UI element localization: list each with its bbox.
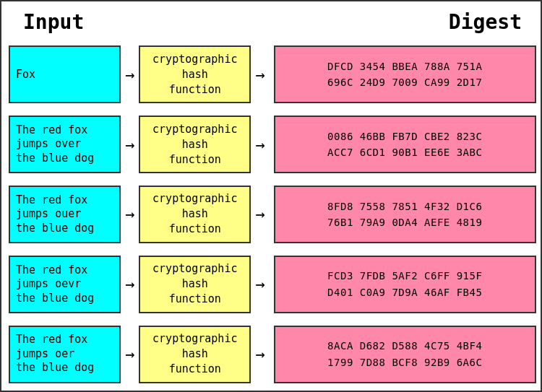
arrow-left-1: →	[125, 66, 134, 84]
input-box-5: The red fox jumps oer the blue dog	[9, 326, 121, 383]
digest-text-5: 8ACA D682 D588 4C75 4BF41799 7D88 BCF8 9…	[327, 338, 482, 370]
arrow-left-4: →	[125, 275, 134, 293]
digest-text-2: 0086 46BB FB7D CBE2 823CACC7 6CD1 90B1 E…	[327, 129, 482, 161]
input-box-4: The red fox jumps oevr the blue dog	[9, 256, 121, 313]
digest-text-3: 8FD8 7558 7851 4F32 D1C676B1 79A9 0DA4 A…	[327, 199, 482, 231]
row-4: The red fox jumps oevr the blue dog→cryp…	[9, 251, 536, 318]
digest-box-3: 8FD8 7558 7851 4F32 D1C676B1 79A9 0DA4 A…	[274, 186, 537, 243]
row-1: Fox→cryptographic hash function→DFCD 345…	[9, 41, 536, 108]
row-3: The red fox jumps ouer the blue dog→cryp…	[9, 181, 536, 248]
input-box-3: The red fox jumps ouer the blue dog	[9, 186, 121, 243]
arrow-left-5: →	[125, 345, 134, 363]
arrow-right-3: →	[255, 205, 264, 223]
hash-box-2: cryptographic hash function	[139, 116, 251, 173]
arrow-right-5: →	[255, 345, 264, 363]
input-box-2: The red fox jumps over the blue dog	[9, 116, 121, 173]
arrow-left-2: →	[125, 136, 134, 154]
digest-box-5: 8ACA D682 D588 4C75 4BF41799 7D88 BCF8 9…	[274, 326, 537, 383]
hash-box-3: cryptographic hash function	[139, 186, 251, 243]
arrow-right-2: →	[255, 136, 264, 154]
digest-box-2: 0086 46BB FB7D CBE2 823CACC7 6CD1 90B1 E…	[274, 116, 537, 173]
hash-box-4: cryptographic hash function	[139, 256, 251, 313]
input-box-1: Fox	[9, 45, 121, 103]
row-5: The red fox jumps oer the blue dog→crypt…	[9, 321, 536, 388]
arrow-left-3: →	[125, 205, 134, 223]
digest-text-1: DFCD 3454 BBEA 788A 751A696C 24D9 7009 C…	[327, 58, 482, 91]
digest-box-1: DFCD 3454 BBEA 788A 751A696C 24D9 7009 C…	[274, 45, 537, 103]
hash-box-1: cryptographic hash function	[139, 45, 251, 103]
digest-text-4: FCD3 7FDB 5AF2 C6FF 915FD401 C0A9 7D9A 4…	[327, 268, 482, 300]
digest-box-4: FCD3 7FDB 5AF2 C6FF 915FD401 C0A9 7D9A 4…	[274, 256, 537, 313]
hash-box-5: cryptographic hash function	[139, 326, 251, 383]
arrow-right-4: →	[255, 275, 264, 293]
header-input-label: Input	[23, 10, 84, 34]
header-digest-label: Digest	[449, 10, 522, 34]
header: Input Digest	[9, 7, 536, 37]
row-2: The red fox jumps over the blue dog→cryp…	[9, 111, 536, 178]
arrow-right-1: →	[255, 66, 264, 84]
page: Input Digest Fox→cryptographic hash func…	[1, 1, 542, 392]
rows-container: Fox→cryptographic hash function→DFCD 345…	[9, 41, 536, 388]
